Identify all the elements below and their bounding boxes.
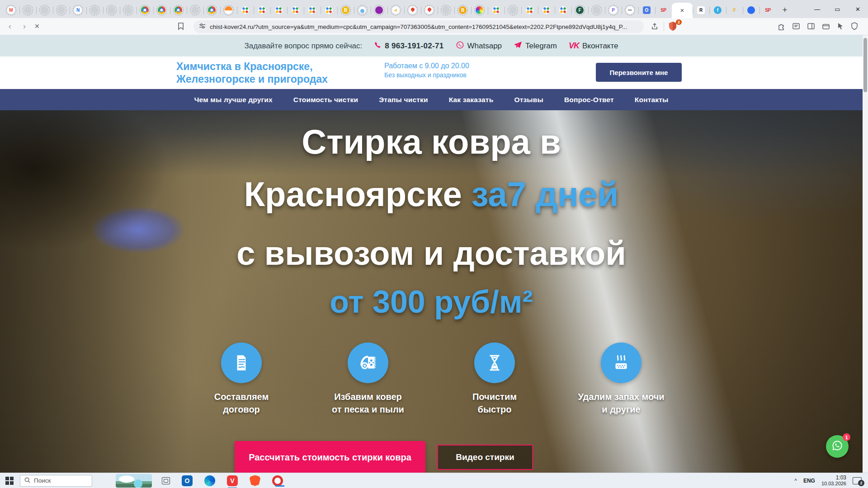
stop-button[interactable]: ✕ — [34, 23, 40, 30]
tab-close-icon[interactable]: × — [680, 7, 684, 14]
globe-favicon — [191, 6, 199, 14]
vk-label: Вконтакте — [582, 42, 618, 51]
tab[interactable] — [270, 3, 287, 18]
tab[interactable] — [86, 3, 103, 18]
share-icon[interactable] — [651, 22, 659, 32]
tab[interactable]: f — [709, 3, 726, 18]
video-button[interactable]: Видео стирки — [437, 445, 533, 470]
tab[interactable]: R — [693, 3, 709, 18]
tab[interactable]: F — [571, 3, 588, 18]
tab[interactable] — [220, 3, 237, 18]
tab[interactable]: F — [726, 3, 743, 18]
tab[interactable]: lbb — [622, 3, 638, 18]
weather-widget[interactable] — [116, 474, 152, 488]
back-button[interactable]: ‹ — [5, 21, 15, 31]
tab[interactable] — [203, 3, 220, 18]
pointer-icon[interactable] — [837, 23, 844, 30]
nav-item[interactable]: Вопрос-Ответ — [564, 96, 614, 104]
tab[interactable] — [187, 3, 203, 18]
privacy-shield-icon[interactable] — [851, 22, 858, 30]
extensions-icon[interactable] — [777, 22, 785, 30]
tab[interactable]: M — [3, 3, 19, 18]
tab[interactable] — [588, 3, 605, 18]
tab[interactable] — [170, 3, 187, 18]
tab[interactable] — [19, 3, 36, 18]
tab[interactable]: O — [638, 3, 655, 18]
tab[interactable] — [505, 3, 521, 18]
tab[interactable] — [254, 3, 270, 18]
page-scrollbar[interactable] — [863, 35, 868, 473]
taskbar-search-input[interactable]: Поиск — [20, 475, 92, 487]
tab[interactable] — [237, 3, 254, 18]
calculate-cost-button[interactable]: Рассчитать стоимость стирки ковра — [235, 441, 425, 473]
tab[interactable] — [321, 3, 337, 18]
site-logo[interactable]: Химчистка в Красноярске, Железногорске и… — [176, 60, 328, 85]
tab[interactable]: ➤ — [387, 3, 404, 18]
tray-chevron-icon[interactable]: ^ — [794, 478, 797, 484]
tab[interactable] — [287, 3, 304, 18]
tab[interactable] — [36, 3, 53, 18]
tab-active[interactable]: × — [672, 3, 693, 18]
vk-icon: VK — [569, 41, 579, 51]
scrollbar-thumb[interactable] — [863, 38, 867, 92]
notification-icon[interactable]: 2 — [853, 477, 862, 484]
tab[interactable] — [555, 3, 571, 18]
maximize-button[interactable]: ▭ — [827, 0, 848, 18]
nav-item[interactable]: Чем мы лучше других — [194, 96, 272, 104]
whatsapp-link[interactable]: Whatsapp — [456, 41, 502, 52]
tab[interactable] — [743, 3, 760, 18]
tab[interactable] — [438, 3, 454, 18]
start-button[interactable] — [5, 477, 14, 485]
new-tab-button[interactable]: + — [778, 4, 792, 17]
vk-link[interactable]: VK Вконтакте — [569, 41, 618, 51]
telegram-link[interactable]: Telegram — [514, 41, 557, 51]
nav-item[interactable]: Этапы чистки — [379, 96, 428, 104]
reading-list-icon[interactable] — [792, 22, 800, 30]
nav-item[interactable]: Отзывы — [514, 96, 543, 104]
site-settings-icon[interactable] — [199, 23, 206, 31]
tab[interactable]: B — [337, 3, 354, 18]
bookmark-icon[interactable] — [177, 22, 184, 32]
wallet-icon[interactable] — [822, 22, 830, 30]
task-view-button[interactable] — [162, 477, 170, 484]
opera-app-icon[interactable] — [272, 475, 283, 486]
tab[interactable] — [153, 3, 170, 18]
nav-item[interactable]: Стоимость чистки — [293, 96, 358, 104]
tab[interactable] — [103, 3, 120, 18]
tab[interactable] — [53, 3, 70, 18]
callback-button[interactable]: Перезвоните мне — [596, 63, 682, 82]
tab[interactable]: SP — [760, 3, 776, 18]
address-bar[interactable]: chist-kover24.ru/?utm_source=ya&utm_medi… — [193, 20, 644, 33]
phone-link[interactable]: 8 963-191-02-71 — [374, 41, 443, 51]
adblock-shield-icon[interactable]: 2 — [668, 21, 679, 32]
tab[interactable] — [538, 3, 555, 18]
vivaldi-app-icon[interactable]: V — [227, 475, 238, 486]
sidebar-icon[interactable] — [807, 22, 815, 30]
edge-app-icon[interactable] — [204, 475, 215, 486]
nav-item[interactable]: Как заказать — [449, 96, 494, 104]
close-button[interactable]: ✕ — [848, 0, 868, 18]
tab[interactable] — [404, 3, 421, 18]
language-indicator[interactable]: ENG — [803, 478, 815, 484]
tab[interactable] — [304, 3, 321, 18]
nav-item[interactable]: Контакты — [635, 96, 669, 104]
tab[interactable]: SP — [655, 3, 672, 18]
tab[interactable] — [137, 3, 153, 18]
tab[interactable] — [421, 3, 438, 18]
tab[interactable] — [521, 3, 538, 18]
taskbar-clock[interactable]: 1:03 10.03.2026 — [821, 475, 846, 487]
tab[interactable] — [371, 3, 387, 18]
brave-app-icon[interactable] — [250, 475, 260, 486]
tab[interactable] — [120, 3, 137, 18]
tab[interactable] — [354, 3, 371, 18]
forward-button[interactable]: › — [19, 21, 30, 31]
whatsapp-float-button[interactable]: 1 — [826, 435, 849, 458]
tab[interactable]: N — [70, 3, 86, 18]
url-text[interactable]: chist-kover24.ru/?utm_source=ya&utm_medi… — [210, 23, 638, 30]
tab[interactable]: B — [454, 3, 471, 18]
outlook-app-icon[interactable]: O — [182, 475, 193, 486]
tab[interactable] — [471, 3, 488, 18]
tab[interactable]: P — [605, 3, 622, 18]
minimize-button[interactable]: — — [807, 0, 827, 18]
tab[interactable] — [488, 3, 505, 18]
